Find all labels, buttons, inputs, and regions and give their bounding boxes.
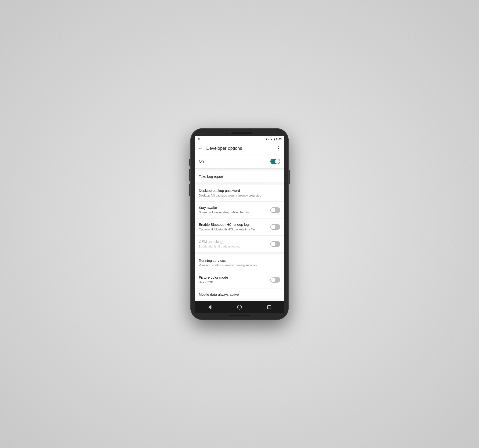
phone-bottom: [229, 315, 250, 320]
setting-item-oem-unlocking[interactable]: OEM unlocking Bootloader is already unlo…: [195, 236, 284, 253]
setting-text-bluetooth-hci: Enable Bluetooth HCI snoop log Capture a…: [199, 222, 267, 232]
nav-bar: [195, 301, 284, 313]
status-right-icons: ✦ ▾ ▲ ▮ 2:03: [266, 138, 282, 141]
volume-up-button[interactable]: [189, 169, 190, 181]
setting-text-stay-awake: Stay awake Screen will never sleep while…: [199, 205, 267, 215]
power-button[interactable]: [289, 170, 290, 184]
picture-color-toggle-knob: [271, 277, 275, 282]
spacer-1: [195, 169, 284, 171]
setting-subtitle-oem-unlocking: Bootloader is already unlocked: [199, 244, 267, 249]
signal-icon: ▲: [270, 138, 273, 140]
notification-icon: 🖼: [197, 138, 200, 140]
spacer-2: [195, 183, 284, 185]
nav-recent-icon: [267, 305, 271, 309]
app-toolbar: ← Developer options ⋮: [195, 143, 284, 154]
nav-home-icon: [237, 305, 242, 309]
setting-title-oem-unlocking: OEM unlocking: [199, 239, 267, 244]
setting-title-stay-awake: Stay awake: [199, 205, 267, 210]
phone-device: 🖼 ✦ ▾ ▲ ▮ 2:03 ← Developer options ⋮ On: [190, 128, 289, 320]
battery-icon: ▮: [274, 138, 275, 140]
toggle-knob: [275, 159, 280, 164]
volume-silent-button[interactable]: [189, 159, 190, 166]
toolbar-title: Developer options: [206, 146, 276, 151]
wifi-icon: ▾: [268, 138, 269, 140]
phone-screen: 🖼 ✦ ▾ ▲ ▮ 2:03 ← Developer options ⋮ On: [195, 136, 284, 313]
setting-title-desktop-backup: Desktop backup password: [199, 188, 277, 193]
setting-item-desktop-backup[interactable]: Desktop backup password Desktop full bac…: [195, 185, 284, 202]
volume-down-button[interactable]: [189, 184, 190, 196]
bluetooth-hci-toggle[interactable]: [270, 224, 280, 230]
setting-item-running-services[interactable]: Running services View and control curren…: [195, 254, 284, 272]
setting-subtitle-stay-awake: Screen will never sleep while charging: [199, 210, 267, 214]
setting-item-mobile-data[interactable]: Mobile data always active: [195, 288, 284, 300]
setting-item-stay-awake[interactable]: Stay awake Screen will never sleep while…: [195, 202, 284, 219]
setting-text-oem-unlocking: OEM unlocking Bootloader is already unlo…: [199, 239, 267, 249]
setting-text-running-services: Running services View and control curren…: [199, 258, 277, 268]
nav-recent-button[interactable]: [265, 302, 274, 312]
spacer-3: [195, 253, 284, 254]
nav-back-icon: [208, 305, 212, 309]
front-camera: [227, 132, 229, 134]
setting-title-take-bug-report: Take bug report: [199, 174, 277, 179]
back-button[interactable]: ←: [198, 146, 203, 151]
setting-title-bluetooth-hci: Enable Bluetooth HCI snoop log: [199, 222, 267, 227]
setting-text-picture-color: Picture color mode Use sRGB: [199, 275, 267, 284]
setting-subtitle-picture-color: Use sRGB: [199, 280, 267, 284]
status-left-icons: 🖼: [197, 138, 200, 140]
setting-title-mobile-data: Mobile data always active: [199, 292, 280, 297]
setting-text-take-bug-report: Take bug report: [199, 174, 277, 179]
developer-options-toggle[interactable]: [270, 159, 280, 164]
nav-back-button[interactable]: [205, 302, 214, 312]
setting-subtitle-desktop-backup: Desktop full backups aren't currently pr…: [199, 194, 277, 198]
setting-subtitle-bluetooth-hci: Capture all bluetooth HCI packets in a f…: [199, 227, 267, 232]
status-time: 2:03: [276, 138, 282, 141]
setting-item-take-bug-report[interactable]: Take bug report: [195, 171, 284, 183]
settings-content: On Take bug report Desktop backup passwo…: [195, 154, 284, 301]
setting-subtitle-running-services: View and control currently running servi…: [199, 263, 277, 267]
setting-item-bluetooth-hci[interactable]: Enable Bluetooth HCI snoop log Capture a…: [195, 219, 284, 236]
setting-text-desktop-backup: Desktop backup password Desktop full bac…: [199, 188, 277, 198]
bluetooth-hci-toggle-knob: [271, 225, 275, 229]
bottom-speaker: [229, 315, 250, 316]
overflow-menu-button[interactable]: ⋮: [276, 146, 281, 151]
setting-title-picture-color: Picture color mode: [199, 275, 267, 280]
picture-color-toggle[interactable]: [270, 277, 280, 283]
on-label: On: [199, 159, 204, 164]
oem-unlocking-toggle-knob: [271, 242, 275, 246]
setting-title-running-services: Running services: [199, 258, 277, 263]
nav-home-button[interactable]: [235, 302, 244, 312]
phone-top-bar: [190, 128, 289, 134]
top-speaker: [231, 132, 252, 134]
setting-item-picture-color[interactable]: Picture color mode Use sRGB: [195, 271, 284, 288]
stay-awake-toggle[interactable]: [270, 207, 280, 213]
oem-unlocking-toggle[interactable]: [270, 241, 280, 247]
status-bar: 🖼 ✦ ▾ ▲ ▮ 2:03: [195, 136, 284, 143]
bluetooth-icon: ✦: [266, 138, 267, 140]
developer-options-toggle-row[interactable]: On: [195, 154, 284, 169]
stay-awake-toggle-knob: [271, 208, 275, 212]
